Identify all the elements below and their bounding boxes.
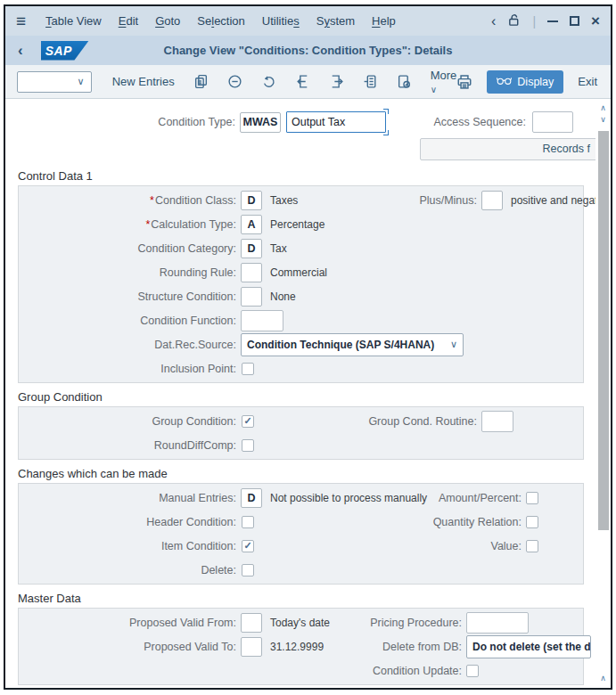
section-group-condition: Group Condition: ✓ Group Cond. Routine: … <box>18 406 584 460</box>
section-control-data-1: *Condition Class: Taxes Plus/Minus: posi… <box>18 185 584 383</box>
proposed-valid-to-field[interactable] <box>241 637 262 657</box>
condition-category-field[interactable] <box>241 239 262 258</box>
menu-help[interactable]: Help <box>372 14 396 28</box>
quantity-relation-label: Quantity Relation: <box>361 516 522 528</box>
deselect-all-icon[interactable] <box>329 74 344 89</box>
command-field-combobox[interactable]: ∨ <box>17 71 92 93</box>
calculation-type-desc: Percentage <box>270 218 324 231</box>
select-block-icon[interactable] <box>363 74 378 89</box>
round-diff-comp-label: RoundDiffComp: <box>19 439 236 452</box>
scroll-up-bottom-icon[interactable]: ∧ <box>595 674 611 683</box>
exit-button[interactable]: Exit <box>578 75 597 88</box>
value-checkbox[interactable] <box>526 540 538 552</box>
vertical-scrollbar[interactable]: ∧ ∨ ∧ <box>595 101 611 688</box>
group-cond-routine-field[interactable] <box>481 411 513 432</box>
section-title-control-data-1: Control Data 1 <box>18 169 611 183</box>
menu-selection[interactable]: Selection <box>197 14 245 28</box>
menu-edit[interactable]: Edit <box>119 14 138 28</box>
scroll-down-icon[interactable]: ∨ <box>595 115 611 124</box>
required-asterisk: * <box>145 218 150 231</box>
dat-rec-source-label: Dat.Rec.Source: <box>19 339 236 351</box>
condition-type-label: Condition Type: <box>18 116 235 128</box>
item-condition-checkbox[interactable]: ✓ <box>242 540 254 552</box>
unlocked-padlock-icon[interactable] <box>507 13 521 29</box>
rounding-rule-field[interactable] <box>241 263 262 282</box>
condition-class-label: Condition Class: <box>155 194 236 207</box>
menu-system[interactable]: System <box>316 14 355 28</box>
structure-condition-desc: None <box>270 290 296 303</box>
details-form: Condition Type: Access Sequence: Records… <box>5 99 611 686</box>
round-diff-comp-checkbox[interactable] <box>242 439 254 452</box>
section-title-master-data: Master Data <box>18 592 611 605</box>
section-title-group-condition: Group Condition <box>18 390 611 404</box>
header-condition-label: Header Condition: <box>19 516 236 528</box>
amount-percent-checkbox[interactable] <box>526 492 538 504</box>
calculation-type-label: Calculation Type: <box>151 218 236 231</box>
condition-category-desc: Tax <box>270 242 287 255</box>
rounding-rule-desc: Commercial <box>270 266 327 279</box>
calculation-type-field[interactable] <box>241 215 262 234</box>
quantity-relation-checkbox[interactable] <box>526 516 538 528</box>
title-bar: Change View "Conditions: Condition Types… <box>5 36 611 65</box>
menu-utilities[interactable]: Utilities <box>262 14 300 28</box>
application-toolbar: ∨ New Entries More ∨ Display Exit <box>5 65 611 99</box>
pricing-procedure-field[interactable] <box>466 612 529 634</box>
records-for-access-button[interactable]: Records f <box>420 138 611 160</box>
delete-checkbox[interactable] <box>242 564 254 576</box>
plus-minus-label: Plus/Minus: <box>316 194 477 207</box>
menu-goto[interactable]: Goto <box>155 14 180 28</box>
chevron-down-icon: ∨ <box>443 339 457 350</box>
maximize-button[interactable] <box>570 16 579 26</box>
config-icon[interactable] <box>397 74 412 89</box>
delete-icon[interactable] <box>227 74 242 89</box>
header-condition-checkbox[interactable] <box>242 516 254 528</box>
rounding-rule-label: Rounding Rule: <box>19 266 236 279</box>
access-sequence-label: Access Sequence: <box>317 116 526 128</box>
undo-icon[interactable] <box>261 74 276 89</box>
menu-bar: ≡ Table View Edit Goto Selection Utiliti… <box>5 6 611 36</box>
chevron-down-icon: ∨ <box>431 85 437 94</box>
delete-label: Delete: <box>19 564 236 576</box>
scrollbar-thumb[interactable] <box>598 131 609 530</box>
sap-window: ≡ Table View Edit Goto Selection Utiliti… <box>4 4 612 690</box>
manual-entries-field[interactable] <box>241 488 262 508</box>
new-entries-button[interactable]: New Entries <box>112 75 175 88</box>
display-toggle-button[interactable]: Display <box>487 70 563 94</box>
access-sequence-field[interactable] <box>532 111 573 133</box>
scroll-up-icon[interactable]: ∧ <box>595 103 611 112</box>
condition-class-desc: Taxes <box>270 194 298 207</box>
menubar-divider: | <box>532 14 536 29</box>
condition-function-field[interactable] <box>241 310 283 331</box>
plus-minus-field[interactable] <box>481 191 503 210</box>
pricing-procedure-label: Pricing Procedure: <box>301 617 462 629</box>
chevron-down-icon: ∨ <box>78 76 85 87</box>
group-condition-checkbox[interactable]: ✓ <box>242 415 254 428</box>
select-all-icon[interactable] <box>295 74 310 89</box>
more-menu-button[interactable]: More ∨ <box>431 69 457 95</box>
inclusion-point-label: Inclusion Point: <box>19 363 236 375</box>
condition-update-checkbox[interactable] <box>466 665 479 677</box>
condition-function-label: Condition Function: <box>19 315 236 327</box>
condition-category-label: Condition Category: <box>19 242 236 255</box>
display-glasses-icon <box>497 76 512 88</box>
minimize-button[interactable] <box>547 20 558 22</box>
section-changes: Manual Entries: Not possible to process … <box>18 483 584 585</box>
manual-entries-label: Manual Entries: <box>19 492 236 504</box>
delete-from-db-label: Delete from DB: <box>301 641 462 653</box>
proposed-valid-to-label: Proposed Valid To: <box>19 641 236 653</box>
print-icon[interactable] <box>456 74 472 90</box>
inclusion-point-checkbox[interactable] <box>242 363 254 375</box>
condition-class-field[interactable] <box>241 191 262 210</box>
proposed-valid-from-field[interactable] <box>241 613 262 633</box>
structure-condition-field[interactable] <box>241 287 262 307</box>
group-cond-routine-label: Group Cond. Routine: <box>316 415 477 428</box>
nav-back-chevron-icon[interactable]: ‹ <box>491 13 496 29</box>
condition-type-key-field[interactable] <box>240 112 281 133</box>
menu-table-view[interactable]: Table View <box>45 14 102 28</box>
copy-icon[interactable] <box>193 74 209 89</box>
hamburger-menu-icon[interactable]: ≡ <box>16 12 26 31</box>
close-button[interactable]: × <box>591 13 600 29</box>
dat-rec-source-dropdown[interactable]: Condition Technique (SAP S/4HANA) ∨ <box>241 333 464 356</box>
delete-from-db-dropdown[interactable]: Do not delete (set the dele <box>466 635 591 658</box>
value-label: Value: <box>361 540 522 552</box>
